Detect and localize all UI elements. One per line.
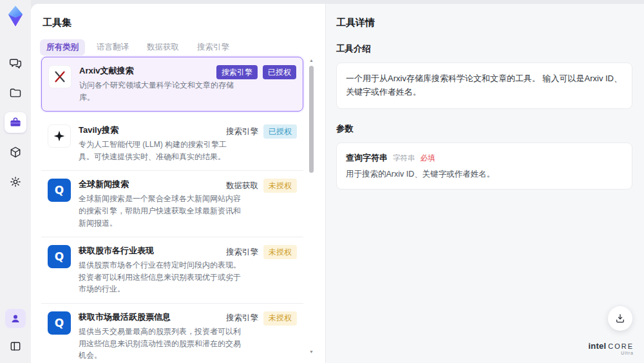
param-description: 用于搜索的Arxiv ID、关键字或作者姓名。 <box>346 169 623 180</box>
category-badge: 搜索引擎 <box>216 65 258 79</box>
sidebar-item-files[interactable] <box>5 83 26 103</box>
brand-core: CORE <box>608 342 634 350</box>
intro-box: 一个用于从Arxiv存储库搜索科学论文和文章的工具。 输入可以是Arxiv ID… <box>336 63 632 109</box>
category-label: 搜索引擎 <box>226 313 258 324</box>
auth-badge: 未授权 <box>263 245 297 259</box>
param-type: 字符串 <box>393 153 415 163</box>
scroll-up-icon[interactable]: ▲ <box>308 58 314 63</box>
scroll-down-icon[interactable]: ▼ <box>308 349 314 354</box>
sidebar-item-packages[interactable] <box>5 142 26 162</box>
gear-icon <box>9 175 22 188</box>
category-label: 搜索引擎 <box>226 126 258 137</box>
news-q-logo-icon: Q <box>48 311 71 335</box>
user-icon <box>10 313 21 324</box>
intro-heading: 工具介绍 <box>336 43 632 55</box>
param-box: 查询字符串 字符串 必填 用于搜索的Arxiv ID、关键字或作者姓名。 <box>336 142 632 190</box>
tool-description: 全球新闻搜索是一个聚合全球各大新闻网站内容的搜索引擎，帮助用户快速获取全球最新资… <box>79 193 241 229</box>
toolbox-icon <box>9 116 22 129</box>
panel-toggle-icon <box>9 340 22 353</box>
tool-name: Tavily搜索 <box>79 124 241 136</box>
tab-search-engine[interactable]: 搜索引擎 <box>191 39 236 55</box>
page-title: 工具集 <box>43 17 325 29</box>
news-q-logo-icon: Q <box>48 245 71 268</box>
category-tabs: 所有类别 语言翻译 数据获取 搜索引擎 <box>40 39 325 55</box>
auth-badge: 未授权 <box>263 179 297 193</box>
param-required-badge: 必填 <box>421 153 435 163</box>
tool-name: 全球新闻搜索 <box>79 179 241 190</box>
cube-icon <box>9 146 22 159</box>
scrollbar-thumb[interactable] <box>309 66 314 173</box>
list-scrollbar[interactable]: ▲ ▼ <box>308 58 314 354</box>
params-heading: 参数 <box>336 123 632 135</box>
tool-description: 提供当天交易量最高的股票列表，投资者可以利用这些信息来识别流动性强的股票和潜在的… <box>79 326 241 362</box>
tab-all-categories[interactable]: 所有类别 <box>40 39 85 55</box>
tool-name: 获取市场最活跃股票信息 <box>79 311 241 323</box>
tool-card-most-active-stocks[interactable]: Q 获取市场最活跃股票信息 提供当天交易量最高的股票列表，投资者可以利用这些信息… <box>41 304 303 363</box>
brand-intel: intel <box>588 341 606 351</box>
news-q-logo-icon: Q <box>48 179 71 202</box>
arxiv-logo-icon <box>48 65 71 88</box>
tool-card-global-news[interactable]: Q 全球新闻搜索 全球新闻搜索是一个聚合全球各大新闻网站内容的搜索引擎，帮助用户… <box>41 171 303 237</box>
main-content: 工具集 所有类别 语言翻译 数据获取 搜索引擎 Arxiv文献搜索 访问各个研究… <box>31 4 644 363</box>
auth-badge: 已授权 <box>263 65 296 79</box>
category-label: 搜索引擎 <box>226 247 258 258</box>
folder-icon <box>9 86 22 99</box>
brand-sub: Ultra <box>588 351 634 355</box>
sidebar-item-settings[interactable] <box>5 172 26 192</box>
auth-badge: 未授权 <box>263 311 297 326</box>
intro-text: 一个用于从Arxiv存储库搜索科学论文和文章的工具。 输入可以是Arxiv ID… <box>346 72 623 99</box>
sidebar-item-chat[interactable] <box>5 53 26 74</box>
app-rail <box>0 0 31 363</box>
auth-badge: 已授权 <box>263 124 297 139</box>
detail-title: 工具详情 <box>336 17 632 29</box>
app-logo-icon <box>6 5 25 27</box>
tool-list: Arxiv文献搜索 访问各个研究领域大量科学论文和文章的存储库。 搜索引擎 已授… <box>41 57 303 363</box>
tab-data-fetch[interactable]: 数据获取 <box>140 39 185 55</box>
tool-card-tavily[interactable]: Tavily搜索 专为人工智能代理 (LLM) 构建的搜索引擎工具。可快速提供实… <box>41 117 303 171</box>
sidebar-item-account[interactable] <box>5 309 26 328</box>
tool-name: 获取股市各行业表现 <box>79 245 241 257</box>
chat-icon <box>9 57 22 70</box>
tool-description: 专为人工智能代理 (LLM) 构建的搜索引擎工具。可快速提供实时、准确和真实的结… <box>79 139 241 162</box>
intel-core-logo: intelCORE Ultra <box>588 342 634 355</box>
tavily-logo-icon <box>48 124 71 148</box>
sidebar-item-tools[interactable] <box>5 112 26 133</box>
tab-language-translation[interactable]: 语言翻译 <box>90 39 135 55</box>
tool-description: 提供股票市场各个行业在特定时间段内的表现。投资者可以利用这些信息来识别表现优于或… <box>79 259 241 295</box>
tool-list-panel: 工具集 所有类别 语言翻译 数据获取 搜索引擎 Arxiv文献搜索 访问各个研究… <box>31 4 325 363</box>
download-button[interactable] <box>608 306 632 331</box>
download-icon <box>614 313 626 324</box>
sidebar-item-panel-toggle[interactable] <box>5 336 26 357</box>
tool-card-sector-performance[interactable]: Q 获取股市各行业表现 提供股票市场各个行业在特定时间段内的表现。投资者可以利用… <box>41 237 303 304</box>
param-name: 查询字符串 <box>346 152 388 164</box>
tool-detail-panel: 工具详情 工具介绍 一个用于从Arxiv存储库搜索科学论文和文章的工具。 输入可… <box>325 4 644 363</box>
category-label: 数据获取 <box>226 181 258 191</box>
tool-description: 访问各个研究领域大量科学论文和文章的存储库。 <box>79 79 242 103</box>
tool-card-arxiv[interactable]: Arxiv文献搜索 访问各个研究领域大量科学论文和文章的存储库。 搜索引擎 已授… <box>41 57 303 112</box>
